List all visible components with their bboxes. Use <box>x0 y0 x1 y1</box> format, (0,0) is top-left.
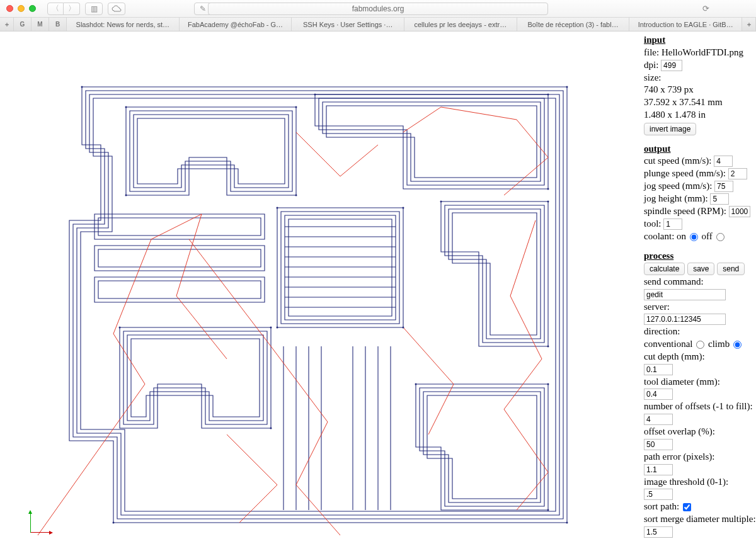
svg-point-21 <box>415 383 417 385</box>
fav-tab[interactable]: B <box>49 18 67 31</box>
browser-tab[interactable]: Introduction to EAGLE · GitB… <box>629 18 742 31</box>
jog-speed-label: jog speed (mm/s): <box>644 181 712 191</box>
overlap-input[interactable] <box>644 439 673 450</box>
nav-back-button[interactable]: 〈 <box>47 3 64 15</box>
axis-indicator <box>30 508 55 533</box>
spindle-input[interactable] <box>729 206 750 217</box>
file-name: HelloWorldFTDI.png <box>662 47 743 57</box>
jog-speed-input[interactable] <box>714 181 733 192</box>
path-err-input[interactable] <box>644 464 673 475</box>
direction-conv-radio[interactable] <box>696 341 704 349</box>
send-button[interactable]: send <box>717 263 745 275</box>
send-cmd-input[interactable] <box>644 289 726 300</box>
offsets-input[interactable] <box>644 414 673 425</box>
svg-point-16 <box>547 201 549 203</box>
svg-point-20 <box>270 428 272 429</box>
coolant-off-label: off <box>702 231 713 241</box>
offsets-label: number of offsets (-1 to fill): <box>644 400 752 412</box>
window-zoom-button[interactable] <box>29 5 36 12</box>
window-close-button[interactable] <box>6 5 13 12</box>
tool-dia-input[interactable] <box>644 389 673 400</box>
coolant-label: coolant: <box>644 231 674 241</box>
size-label: size: <box>644 72 662 82</box>
process-heading: process <box>644 250 752 262</box>
svg-point-15 <box>440 201 442 203</box>
side-panel: input file: HelloWorldFTDI.png dpi: size… <box>640 31 756 539</box>
file-label: file: <box>644 47 659 57</box>
tool-input[interactable] <box>663 218 682 230</box>
svg-point-19 <box>270 327 272 329</box>
direction-climb-radio[interactable] <box>733 341 742 349</box>
plunge-speed-input[interactable] <box>728 168 747 179</box>
size-px: 740 x 739 px <box>644 84 752 96</box>
reload-button[interactable]: ⟳ <box>698 3 713 15</box>
server-input[interactable] <box>644 314 726 325</box>
cut-speed-input[interactable] <box>714 156 733 167</box>
size-mm: 37.592 x 37.541 mm <box>644 96 752 108</box>
threshold-label: image threshold (0-1): <box>644 476 752 488</box>
url-text: fabmodules.org <box>352 4 404 13</box>
svg-point-12 <box>403 207 404 209</box>
fav-tab[interactable]: G <box>14 18 32 31</box>
svg-point-9 <box>547 94 549 96</box>
browser-tab[interactable]: cellules pr les deejays - extr… <box>404 18 517 31</box>
sort-path-label: sort path: <box>644 501 679 511</box>
send-cmd-label: send command: <box>644 276 752 288</box>
path-err-label: path error (pixels): <box>644 451 752 463</box>
svg-point-6 <box>295 195 297 196</box>
sort-path-checkbox[interactable] <box>683 503 691 511</box>
svg-point-7 <box>125 195 127 196</box>
output-heading: output <box>644 143 752 155</box>
input-heading: input <box>644 34 752 46</box>
invert-image-button[interactable]: invert image <box>644 123 696 135</box>
new-tab-button[interactable]: ＋ <box>742 18 756 31</box>
threshold-input[interactable] <box>644 489 673 500</box>
direction-conv-label: conventional <box>644 339 692 349</box>
browser-tab[interactable]: Slashdot: News for nerds, st… <box>67 18 180 31</box>
sidebar-toggle-button[interactable]: ▥ <box>85 3 103 15</box>
svg-point-22 <box>547 383 549 385</box>
server-label: server: <box>644 301 752 313</box>
calculate-button[interactable]: calculate <box>644 263 685 275</box>
sort-merge-input[interactable] <box>644 526 673 538</box>
new-fav-button[interactable]: ＋ <box>0 18 14 31</box>
window-minimize-button[interactable] <box>18 5 25 12</box>
svg-point-0 <box>81 86 83 88</box>
browser-tab[interactable]: SSH Keys · User Settings ·… <box>292 18 404 31</box>
svg-point-10 <box>547 188 549 190</box>
dpi-input[interactable] <box>661 60 682 71</box>
toolpath-canvas[interactable] <box>0 31 640 539</box>
svg-point-23 <box>547 509 549 511</box>
direction-label: direction: <box>644 326 752 338</box>
spindle-label: spindle speed (RPM): <box>644 206 726 216</box>
cloud-tabs-button[interactable] <box>108 3 125 15</box>
fav-tab[interactable]: M <box>32 18 49 31</box>
cut-depth-input[interactable] <box>644 364 673 375</box>
svg-point-1 <box>566 86 568 88</box>
coolant-off-radio[interactable] <box>716 233 724 241</box>
browser-tab[interactable]: Boîte de réception (3) - fabl… <box>517 18 630 31</box>
browser-tab[interactable]: FabAcademy @échoFab - G… <box>180 18 292 31</box>
sort-merge-label: sort merge diameter multiple: <box>644 513 752 525</box>
tab-strip: ＋ G M B Slashdot: News for nerds, st… Fa… <box>0 18 756 31</box>
toolpath-svg <box>0 31 640 539</box>
section-output: output cut speed (mm/s): plunge speed (m… <box>644 143 752 243</box>
jog-height-input[interactable] <box>710 193 729 205</box>
coolant-on-radio[interactable] <box>690 233 698 241</box>
cut-depth-label: cut depth (mm): <box>644 351 752 363</box>
nav-forward-button[interactable]: 〉 <box>64 3 80 15</box>
svg-point-18 <box>119 327 121 329</box>
coolant-on-label: on <box>677 231 686 241</box>
jog-height-label: jog height (mm): <box>644 193 708 203</box>
overlap-label: offset overlap (%): <box>644 426 752 438</box>
svg-point-4 <box>125 106 127 108</box>
section-process: process calculate save send send command… <box>644 250 752 539</box>
url-bar[interactable]: fabmodules.org <box>208 3 548 15</box>
svg-point-8 <box>314 94 316 96</box>
save-button[interactable]: save <box>687 263 714 275</box>
direction-climb-label: climb <box>708 339 730 349</box>
plunge-speed-label: plunge speed (mm/s): <box>644 168 726 178</box>
svg-point-13 <box>403 327 404 329</box>
svg-point-11 <box>277 207 278 209</box>
tool-dia-label: tool diameter (mm): <box>644 376 752 388</box>
